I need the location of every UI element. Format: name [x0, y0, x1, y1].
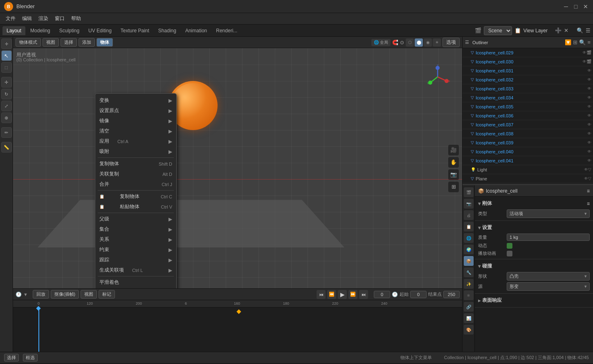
- search-icon[interactable]: 🔍: [577, 27, 583, 34]
- options-button[interactable]: 选项: [443, 38, 460, 47]
- surface-response-header[interactable]: ▸ 表面响应: [478, 295, 590, 306]
- outliner-item-035[interactable]: ▽ Icosphere_cell.035 👁: [463, 102, 593, 111]
- maximize-button[interactable]: □: [573, 3, 579, 10]
- props-tab-material[interactable]: 🎨: [464, 325, 474, 335]
- menu-constraints[interactable]: 约束 ▶: [95, 245, 176, 255]
- visibility-icon-light[interactable]: 👁: [584, 167, 588, 172]
- menu-copy-objects[interactable]: 📋 复制物体 Ctrl C: [95, 191, 176, 202]
- shading-solid[interactable]: ⬤: [415, 38, 423, 47]
- props-tab-scene-props[interactable]: 🌐: [464, 233, 474, 243]
- render-icon-029[interactable]: 🎬: [586, 50, 591, 55]
- object-menu[interactable]: 物体: [97, 38, 113, 47]
- outliner-filter-icon[interactable]: 🔽: [565, 39, 571, 45]
- props-tab-world[interactable]: 🌍: [464, 245, 474, 254]
- menu-help[interactable]: 帮助: [68, 14, 84, 23]
- type-dropdown[interactable]: 活动项 ▾: [507, 209, 590, 218]
- outliner-item-plane[interactable]: ▽ Plane 👁 ▽: [463, 174, 593, 183]
- outliner-item-030[interactable]: ▽ Icosphere_cell.030 👁 🎬: [463, 57, 593, 66]
- outliner-search-icon[interactable]: 🔍: [579, 39, 586, 45]
- props-tab-output[interactable]: 🖨: [464, 210, 474, 220]
- shading-wire[interactable]: ⬡: [406, 38, 414, 47]
- proportional-edit-icon[interactable]: ⊙: [400, 40, 404, 45]
- menu-generate-relations[interactable]: 生成关联项 Ctrl L ▶: [95, 265, 176, 275]
- next-keyframe-btn[interactable]: ⏩: [348, 290, 357, 299]
- menu-track[interactable]: 跟踪 ▶: [95, 255, 176, 265]
- close-button[interactable]: ✕: [582, 3, 589, 10]
- outliner-item-039[interactable]: ▽ Icosphere_cell.039 👁: [463, 138, 593, 147]
- menu-set-origin[interactable]: 设置原点 ▶: [95, 106, 176, 116]
- visibility-icon-034[interactable]: 👁: [587, 95, 591, 100]
- menu-transform[interactable]: 变换 ▶: [95, 95, 176, 106]
- tab-uv-editing[interactable]: UV Editing: [84, 26, 116, 35]
- menu-apply[interactable]: 应用 Ctrl A ▶: [95, 136, 176, 146]
- menu-collections[interactable]: 集合 ▶: [95, 224, 176, 234]
- visibility-icon-plane[interactable]: 👁: [584, 176, 588, 181]
- props-tab-constraints[interactable]: 🔗: [464, 302, 474, 312]
- shape-dropdown[interactable]: 凸壳 ▾: [507, 272, 590, 281]
- filter-icon[interactable]: ☰: [586, 27, 591, 34]
- add-menu[interactable]: 添加: [79, 38, 95, 47]
- outliner-display-icon[interactable]: ⊞: [573, 39, 577, 45]
- tab-animation[interactable]: Animation: [181, 26, 211, 35]
- jump-end-btn[interactable]: ⏭: [359, 290, 368, 299]
- outliner-item-light[interactable]: 💡 Light 👁 ▽: [463, 165, 593, 174]
- select-menu[interactable]: 选择: [61, 38, 77, 47]
- menu-file[interactable]: 文件: [2, 14, 19, 23]
- keyframe-0[interactable]: [236, 309, 241, 314]
- outliner-item-040[interactable]: ▽ Icosphere_cell.040 👁: [463, 147, 593, 156]
- render-icon-030[interactable]: 🎬: [586, 59, 591, 64]
- props-options-icon[interactable]: ≡: [587, 188, 590, 194]
- menu-linked-duplicate[interactable]: 关联复制 Alt D: [95, 169, 176, 179]
- marker-menu[interactable]: 标记: [99, 290, 115, 299]
- props-tab-modifier[interactable]: 🔧: [464, 267, 474, 277]
- menu-edit[interactable]: 编辑: [19, 14, 35, 23]
- timeline-content[interactable]: [13, 308, 462, 352]
- timeline-view-menu[interactable]: 视图: [81, 290, 97, 299]
- menu-parent[interactable]: 父级 ▶: [95, 214, 176, 224]
- tab-shading[interactable]: Shading: [154, 26, 180, 35]
- select-tool[interactable]: ↖: [1, 50, 12, 61]
- current-frame-input[interactable]: [374, 291, 390, 298]
- visibility-icon-035[interactable]: 👁: [587, 104, 591, 109]
- scale-tool[interactable]: ⤢: [1, 101, 12, 111]
- mass-input[interactable]: 1 kg: [507, 234, 590, 241]
- props-tab-object[interactable]: 📦: [464, 256, 474, 266]
- global-local-toggle[interactable]: 🌐 全局: [371, 39, 391, 46]
- menu-join[interactable]: 合并 Ctrl J: [95, 179, 176, 189]
- visibility-icon-033[interactable]: 👁: [587, 86, 591, 91]
- visibility-icon-037[interactable]: 👁: [587, 122, 591, 127]
- menu-flat-shading[interactable]: 平直着色: [95, 288, 176, 288]
- menu-render[interactable]: 渲染: [35, 14, 52, 23]
- add-viewlayer-icon[interactable]: ➕: [555, 27, 562, 34]
- rotate-tool[interactable]: ↻: [1, 89, 12, 99]
- props-tab-data[interactable]: 📊: [464, 313, 474, 323]
- menu-smooth-shading[interactable]: 平滑着色: [95, 277, 176, 288]
- outliner-item-041[interactable]: ▽ Icosphere_cell.041 👁: [463, 156, 593, 165]
- visibility-icon-039[interactable]: 👁: [587, 140, 591, 145]
- rigidbody-menu-icon[interactable]: ≡: [587, 201, 590, 207]
- cursor-tool[interactable]: ✛: [1, 38, 12, 49]
- visibility-icon-036[interactable]: 👁: [587, 113, 591, 118]
- dynamic-toggle[interactable]: [507, 243, 512, 249]
- menu-duplicate-objects[interactable]: 复制物体 Shift D: [95, 159, 176, 169]
- grid-icon[interactable]: ⊞: [448, 182, 459, 192]
- select-btn[interactable]: 选择: [4, 354, 19, 362]
- collision-header[interactable]: ▾ 碰撞: [478, 261, 590, 271]
- outliner-item-036[interactable]: ▽ Icosphere_cell.036 👁: [463, 111, 593, 120]
- box-select-btn[interactable]: 框选: [23, 354, 38, 362]
- minimize-button[interactable]: ─: [563, 3, 569, 10]
- outliner-item-038[interactable]: ▽ Icosphere_cell.038 👁: [463, 129, 593, 138]
- tab-texture-paint[interactable]: Texture Paint: [117, 26, 153, 35]
- move-tool[interactable]: ✛: [1, 77, 12, 88]
- outliner-item-032[interactable]: ▽ Icosphere_cell.032 👁: [463, 75, 593, 84]
- prev-keyframe-btn[interactable]: ⏪: [327, 290, 336, 299]
- menu-snap[interactable]: 吸附 ▶: [95, 146, 176, 157]
- outliner-item-034[interactable]: ▽ Icosphere_cell.034 👁: [463, 93, 593, 102]
- tab-rendering[interactable]: Renderi...: [212, 26, 241, 35]
- props-tab-scene[interactable]: 🎬: [464, 187, 474, 197]
- tab-modeling[interactable]: Modeling: [26, 26, 54, 35]
- props-tab-render[interactable]: 📷: [464, 199, 474, 209]
- filter-icon-light[interactable]: ▽: [588, 167, 591, 172]
- rigidbody-header[interactable]: ▾ 刚体 ≡: [478, 198, 590, 209]
- settings-header[interactable]: ▾ 设置: [478, 222, 590, 233]
